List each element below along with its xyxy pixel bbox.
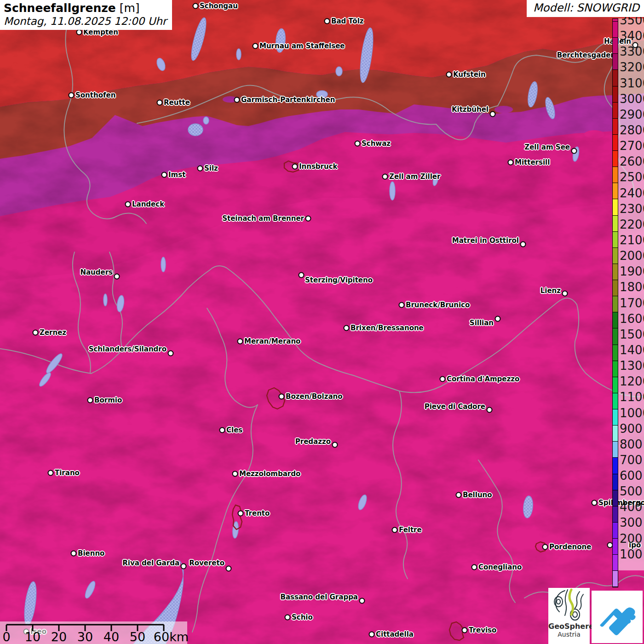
city-label: Spilimbergo: [598, 499, 644, 507]
city-dot: [33, 330, 39, 336]
city-label: Kitzbühel: [452, 105, 489, 114]
city-label: Silz: [204, 164, 218, 172]
city-dot: [285, 615, 291, 621]
city-label: Cittadella: [376, 630, 414, 638]
city-label: Reutte: [164, 98, 190, 107]
city-label: Meran/Merano: [244, 337, 300, 345]
city-dot: [87, 397, 93, 403]
geosphere-logo-name: GeoSphere: [548, 622, 590, 631]
city-dot: [232, 471, 238, 477]
title-datetime: Montag, 11.08.2025 12:00 Uhr: [4, 15, 167, 27]
city-label: Schwaz: [362, 139, 391, 148]
scale-bar: 0102030405060km: [0, 621, 187, 644]
city-label: Brixen/Bressanone: [351, 324, 424, 332]
city-dot: [238, 511, 244, 517]
city-label: Sillian: [470, 319, 494, 327]
model-box: Modell: SNOWGRID: [527, 0, 644, 17]
city-dot: [440, 376, 446, 382]
city-layer: SchongauBad TölzKemptenMurnau am Staffel…: [0, 0, 644, 644]
city-dot: [71, 551, 77, 557]
city-label: Cles: [226, 426, 242, 434]
city-dot: [69, 92, 75, 98]
city-dot: [495, 316, 501, 322]
map-title: Schneefallgrenze [m]: [4, 2, 167, 15]
city-label: Matrei in Osttirol: [452, 236, 519, 245]
city-label: Lienz: [540, 287, 561, 295]
city-dot: [456, 492, 462, 498]
city-dot: [234, 97, 240, 103]
city-dot: [490, 111, 496, 117]
city-label: Treviso: [469, 626, 496, 634]
title-unit: [m]: [120, 1, 140, 15]
city-label: Schongau: [200, 2, 238, 10]
city-dot: [193, 3, 199, 9]
city-label: Tirano: [55, 469, 80, 477]
city-label: Berchtesgaden: [557, 51, 615, 59]
city-label: Sterzing/Vipiteno: [305, 276, 373, 284]
city-dot: [399, 302, 405, 308]
city-label: Imst: [168, 171, 185, 179]
city-dot: [48, 470, 54, 476]
city-dot: [359, 598, 365, 604]
city-label: Schio: [292, 613, 313, 621]
city-label: Innsbruck: [299, 162, 338, 171]
city-dot: [168, 351, 174, 356]
city-label: Steinach am Brenner: [222, 214, 304, 223]
scale-label-50: 50: [130, 630, 145, 644]
city-label: Cortina d'Ampezzo: [447, 375, 519, 383]
scale-label-10: 10: [25, 630, 40, 644]
geosphere-logo-box: GeoSphere Austria: [548, 588, 590, 644]
city-dot: [592, 500, 598, 506]
city-dot: [462, 627, 468, 633]
city-label: Zernez: [40, 328, 66, 337]
partner-logo-box: [592, 591, 643, 643]
city-dot: [571, 148, 577, 154]
city-dot: [487, 407, 493, 413]
city-dot: [520, 242, 526, 247]
city-dot: [299, 272, 305, 278]
city-label: Bad Tölz: [331, 17, 364, 25]
scale-label-0: 0: [2, 630, 10, 644]
city-label: Bienno: [78, 549, 104, 558]
city-dot: [279, 394, 285, 400]
scale-label-30: 30: [77, 630, 93, 644]
city-dot: [369, 632, 375, 638]
city-label: Kufstein: [453, 70, 486, 79]
city-label: Zell am See: [524, 143, 570, 151]
city-dot: [161, 172, 167, 178]
city-dot: [355, 141, 361, 147]
city-label: Landeck: [132, 200, 164, 208]
city-label: Predazzo: [295, 437, 331, 446]
city-label: Rovereto: [189, 559, 224, 567]
city-dot: [382, 174, 388, 180]
city-label: Feltre: [399, 526, 422, 534]
city-dot: [226, 566, 232, 572]
city-dot: [562, 291, 568, 297]
city-dot: [292, 164, 298, 170]
city-dot: [305, 216, 311, 222]
city-label: Bormio: [94, 396, 122, 404]
city-dot: [157, 100, 163, 106]
mountain-logo-icon: [596, 598, 638, 635]
title-box: Schneefallgrenze [m] Montag, 11.08.2025 …: [0, 0, 172, 30]
city-dot: [324, 18, 330, 24]
city-label: Riva del Garda: [122, 559, 179, 567]
city-label: Murnau am Staffelsee: [259, 42, 345, 50]
city-label: Pordenone: [549, 543, 591, 551]
geosphere-contour-icon: [551, 588, 587, 621]
city-label: Mittersill: [515, 158, 550, 167]
city-dot: [446, 72, 452, 78]
city-label: Belluno: [463, 491, 492, 499]
scale-label-20: 20: [51, 630, 67, 644]
city-dot: [125, 201, 131, 207]
city-dot: [219, 427, 225, 433]
city-label: Schlanders/Silandro: [89, 345, 167, 353]
city-label: ipo: [629, 541, 641, 549]
city-label: Bruneck/Brunico: [406, 301, 470, 309]
city-dot: [344, 325, 350, 331]
city-dot: [472, 564, 477, 570]
scale-label-40: 40: [104, 630, 119, 644]
city-dot: [181, 564, 187, 569]
city-label: Zell am Ziller: [389, 172, 440, 181]
city-dot: [607, 542, 613, 548]
